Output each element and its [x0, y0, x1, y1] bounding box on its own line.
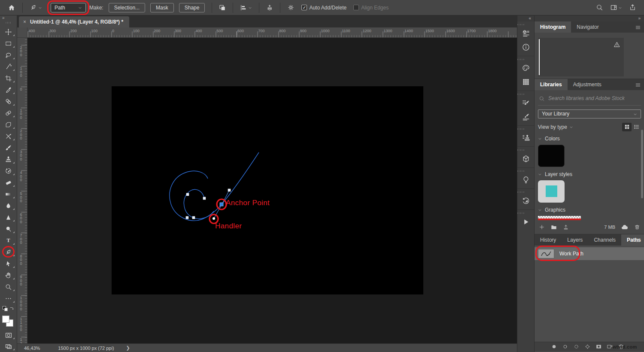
content-move-tool[interactable]: [1, 130, 16, 142]
tab-history[interactable]: History: [535, 234, 562, 246]
grid-view-button[interactable]: [622, 123, 632, 131]
workspace-switcher[interactable]: [610, 4, 622, 11]
panel-menu-icon[interactable]: [635, 82, 641, 88]
library-search-input[interactable]: Search libraries and Adobe Stock: [538, 94, 641, 105]
toolbar-expand-button[interactable]: »: [0, 15, 17, 22]
selected-anchor-point[interactable]: [220, 203, 223, 206]
foreground-color-swatch[interactable]: [2, 316, 9, 323]
tab-navigator[interactable]: Navigator: [571, 21, 604, 33]
layer-styles-section-header[interactable]: Layer styles: [538, 171, 641, 177]
history-brush-tool[interactable]: [1, 165, 16, 177]
work-path-thumbnail[interactable]: [538, 249, 554, 258]
dock-grip[interactable]: [517, 128, 524, 130]
make-selection-button[interactable]: Selection...: [109, 3, 145, 12]
move-tool[interactable]: [1, 26, 16, 38]
crop-tool[interactable]: [1, 73, 16, 84]
panel-menu-icon[interactable]: [635, 24, 641, 30]
folder-icon[interactable]: [550, 224, 557, 231]
library-layer-style-item[interactable]: [538, 180, 565, 203]
healing-brush-tool[interactable]: [1, 107, 16, 119]
tool-mode-select[interactable]: Path: [51, 3, 86, 12]
document-tab[interactable]: × Untitled-1 @ 46,4% (Layer 4, RGB/8*) *: [19, 16, 129, 27]
brush-tool[interactable]: [1, 142, 16, 154]
history-panel-icon[interactable]: [517, 194, 535, 208]
fill-circle-icon[interactable]: [551, 343, 557, 350]
view-by-type-dropdown[interactable]: View by type: [538, 124, 573, 130]
foreground-background-colors[interactable]: [1, 316, 16, 328]
panel-menu-icon[interactable]: [635, 237, 641, 243]
handle-point[interactable]: [213, 217, 215, 220]
work-path-row[interactable]: Work Path: [535, 247, 644, 260]
scrollbar-thumb[interactable]: [641, 130, 643, 198]
panel-expand-button[interactable]: »: [535, 15, 644, 21]
vertical-ruler[interactable]: 3002001000100200300400500600700800900100…: [17, 38, 27, 343]
swap-colors-icon[interactable]: [9, 305, 15, 311]
close-icon[interactable]: ×: [23, 19, 26, 25]
clone-stamp-tool[interactable]: [1, 154, 16, 165]
tab-channels[interactable]: Channels: [588, 234, 621, 246]
search-icon[interactable]: [596, 4, 603, 11]
new-item-icon[interactable]: [607, 343, 613, 350]
library-color-swatch[interactable]: [538, 145, 565, 167]
object-select-tool[interactable]: [1, 61, 16, 73]
tool-preset-picker[interactable]: [27, 4, 45, 11]
hand-tool[interactable]: [1, 270, 16, 281]
add-item-button[interactable]: [539, 224, 545, 231]
zoom-level-field[interactable]: 46,43%: [24, 346, 40, 351]
mask-icon[interactable]: [595, 343, 602, 350]
path-alignment-button[interactable]: [237, 4, 255, 11]
dashed-circle-icon[interactable]: [573, 343, 580, 350]
auto-add-delete-checkbox[interactable]: ✓: [301, 5, 307, 10]
ruler-origin-corner[interactable]: [17, 27, 27, 38]
dock-grip[interactable]: [517, 94, 524, 95]
spot-healing-tool[interactable]: [1, 96, 16, 107]
status-chevron[interactable]: ❯: [126, 345, 130, 351]
tab-layers[interactable]: Layers: [562, 234, 588, 246]
clone-source-panel-icon[interactable]: [517, 131, 535, 145]
make-mask-button[interactable]: Mask: [150, 3, 174, 12]
home-button[interactable]: [5, 4, 18, 12]
cloud-sync-icon[interactable]: [621, 223, 629, 231]
eyedropper-tool[interactable]: [1, 84, 16, 96]
horizontal-ruler[interactable]: 4003002001000100200300400500600700800900…: [27, 27, 517, 38]
dock-grip[interactable]: [517, 212, 524, 214]
make-shape-button[interactable]: Shape: [179, 3, 205, 12]
dock-grip[interactable]: [517, 191, 524, 193]
pen-path-artwork[interactable]: [112, 86, 423, 294]
pen-tool[interactable]: [1, 246, 16, 258]
dock-collapse-button[interactable]: «: [517, 15, 534, 21]
path-operations-button[interactable]: [216, 4, 228, 11]
library-graphic-item[interactable]: [538, 216, 581, 220]
toolbar-grip[interactable]: [6, 22, 12, 24]
dock-grip[interactable]: [517, 170, 524, 172]
patch-tool[interactable]: [1, 119, 16, 130]
library-select[interactable]: Your Library: [538, 109, 641, 118]
tab-histogram[interactable]: Histogram: [535, 21, 571, 33]
path-arrangement-button[interactable]: [264, 4, 276, 11]
eraser-tool[interactable]: [1, 177, 16, 188]
direct-select-tool[interactable]: [1, 258, 16, 270]
pen-options-button[interactable]: [285, 4, 297, 11]
blur-tool[interactable]: [1, 200, 16, 212]
selection-diamond-icon[interactable]: [584, 343, 591, 350]
anchor-points[interactable]: [186, 189, 231, 219]
marquee-tool[interactable]: [1, 38, 16, 49]
type-tool[interactable]: T: [1, 235, 16, 246]
graphics-section-header[interactable]: Graphics: [538, 207, 641, 213]
screen-mode-button[interactable]: [1, 341, 16, 352]
canvas[interactable]: Anchor Point Handler: [112, 86, 423, 294]
properties-panel-icon[interactable]: [517, 27, 535, 40]
warning-icon[interactable]: [614, 41, 620, 48]
zoom-tool[interactable]: [1, 281, 16, 293]
brushes-panel-icon[interactable]: [517, 110, 535, 124]
upload-icon[interactable]: [563, 224, 569, 231]
stroke-circle-icon[interactable]: [562, 343, 568, 350]
dock-grip[interactable]: [517, 149, 524, 151]
colors-section-header[interactable]: Colors: [538, 136, 641, 142]
actions-panel-icon[interactable]: [517, 215, 535, 229]
dodge-tool[interactable]: [1, 223, 16, 235]
gradient-tool[interactable]: [1, 188, 16, 200]
tab-libraries[interactable]: Libraries: [535, 79, 568, 90]
dock-grip[interactable]: [517, 24, 524, 25]
lasso-tool[interactable]: [1, 49, 16, 61]
